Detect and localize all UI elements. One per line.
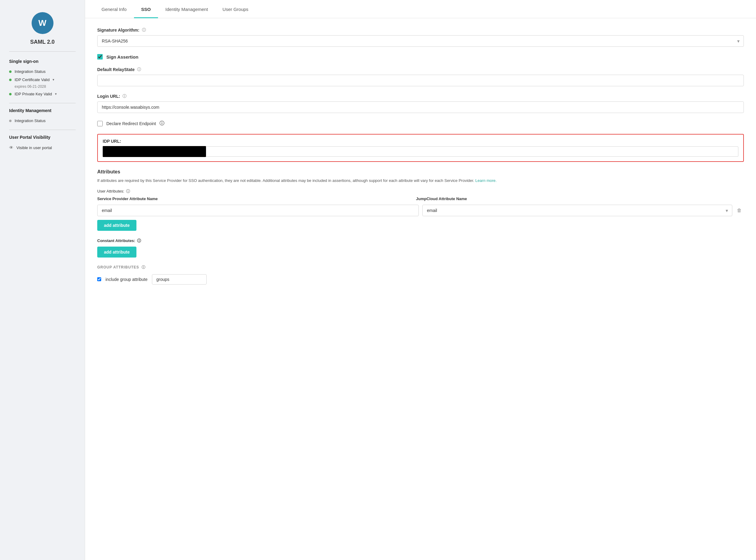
idp-url-label: IDP URL: <box>103 139 738 144</box>
sidebar-item-idp-cert[interactable]: IDP Certificate Valid ▾ <box>9 76 76 84</box>
info-icon[interactable]: ⓘ <box>126 188 130 194</box>
add-constant-attribute-button[interactable]: add attribute <box>97 246 136 258</box>
chevron-down-icon: ▾ <box>55 92 57 96</box>
sidebar-item-idm-integration-status[interactable]: Integration Status <box>9 117 76 125</box>
tab-sso[interactable]: SSO <box>134 0 158 18</box>
sidebar-item-portal-visibility[interactable]: 👁 Visible in user portal <box>9 143 76 152</box>
default-relay-state-input[interactable] <box>97 75 744 86</box>
learn-more-link[interactable]: Learn more. <box>475 178 497 183</box>
sidebar-label: Integration Status <box>15 69 45 74</box>
eye-icon: 👁 <box>9 145 13 150</box>
idp-url-section: IDP URL: <box>97 134 744 162</box>
dot-icon <box>9 71 12 73</box>
chevron-down-icon: ▾ <box>53 78 54 82</box>
attribute-row: email username firstname lastname ▾ 🗑 <box>97 205 744 216</box>
avatar: W <box>32 12 54 34</box>
signature-algorithm-label: Signature Algorithm: ⓘ <box>97 27 744 33</box>
jc-attribute-select-wrapper: email username firstname lastname ▾ <box>422 205 732 216</box>
attributes-desc: If attributes are required by this Servi… <box>97 178 744 184</box>
jc-attribute-select[interactable]: email username firstname lastname <box>422 205 732 216</box>
form-area: Signature Algorithm: ⓘ RSA-SHA256 RSA-SH… <box>85 18 756 560</box>
tab-user-groups[interactable]: User Groups <box>215 0 255 18</box>
info-icon[interactable]: ⓘ <box>137 238 141 243</box>
delete-attribute-button[interactable]: 🗑 <box>735 206 744 215</box>
sign-assertion-checkbox[interactable] <box>97 54 103 60</box>
group-attribute-row: include group attribute <box>97 274 744 284</box>
sidebar-section-portal: User Portal Visibility <box>9 135 76 140</box>
include-group-attribute-label: include group attribute <box>105 277 148 282</box>
sidebar-label: IDP Private Key Valid <box>15 92 52 96</box>
info-icon[interactable]: ⓘ <box>142 27 146 33</box>
default-relay-state-group: Default RelayState ⓘ <box>97 67 744 86</box>
info-icon[interactable]: ⓘ <box>141 265 146 270</box>
constant-attributes-label: Constant Attributes: ⓘ <box>97 238 744 243</box>
attributes-title: Attributes <box>97 169 744 175</box>
sign-assertion-row: Sign Assertion <box>97 54 744 60</box>
sidebar-label: Visible in user portal <box>16 145 52 150</box>
idp-url-input[interactable] <box>206 146 738 157</box>
include-group-attribute-checkbox[interactable] <box>97 277 101 281</box>
app-name: SAML 2.0 <box>9 39 76 52</box>
signature-algorithm-select[interactable]: RSA-SHA256 RSA-SHA1 <box>97 35 744 47</box>
signature-algorithm-select-wrapper: RSA-SHA256 RSA-SHA1 ▾ <box>97 35 744 47</box>
cert-expiry: expires 06-21-2028 <box>9 84 76 89</box>
tab-general-info[interactable]: General Info <box>94 0 134 18</box>
declare-redirect-row: Declare Redirect Endpoint ⓘ <box>97 120 744 127</box>
sidebar-section-idm: Identity Management <box>9 108 76 113</box>
info-icon[interactable]: ⓘ <box>159 120 164 127</box>
group-attribute-input[interactable] <box>152 274 207 284</box>
add-attribute-button[interactable]: add attribute <box>97 220 136 231</box>
dot-gray-icon <box>9 120 12 122</box>
sidebar: W SAML 2.0 Single sign-on Integration St… <box>0 0 85 560</box>
declare-redirect-checkbox[interactable] <box>97 121 103 126</box>
dot-icon <box>9 93 12 95</box>
login-url-group: Login URL: ⓘ <box>97 94 744 113</box>
login-url-label: Login URL: ⓘ <box>97 94 744 99</box>
sidebar-section-sso: Single sign-on <box>9 59 76 64</box>
sign-assertion-label: Sign Assertion <box>106 54 138 60</box>
tab-bar: General Info SSO Identity Management Use… <box>85 0 756 18</box>
idp-url-redacted <box>103 146 206 157</box>
attr-headers-row: Service Provider Attribute Name JumpClou… <box>97 197 744 203</box>
sidebar-label: IDP Certificate Valid <box>15 77 50 82</box>
group-attributes-header: GROUP ATTRIBUTES ⓘ <box>97 265 744 270</box>
dot-icon <box>9 79 12 81</box>
signature-algorithm-group: Signature Algorithm: ⓘ RSA-SHA256 RSA-SH… <box>97 27 744 47</box>
main-content: General Info SSO Identity Management Use… <box>85 0 756 560</box>
info-icon[interactable]: ⓘ <box>137 67 141 72</box>
declare-redirect-label: Declare Redirect Endpoint <box>106 121 156 126</box>
info-icon[interactable]: ⓘ <box>122 94 127 99</box>
sidebar-item-sso-integration-status[interactable]: Integration Status <box>9 67 76 76</box>
jc-attr-col-header: JumpCloud Attribute Name <box>416 197 731 201</box>
sp-attribute-input[interactable] <box>97 205 419 216</box>
sp-attr-col-header: Service Provider Attribute Name <box>97 197 412 201</box>
user-attributes-label: User Attributes: ⓘ <box>97 188 744 194</box>
sidebar-item-idp-key[interactable]: IDP Private Key Valid ▾ <box>9 90 76 98</box>
default-relay-state-label: Default RelayState ⓘ <box>97 67 744 72</box>
tab-identity-management[interactable]: Identity Management <box>158 0 215 18</box>
sidebar-label: Integration Status <box>15 118 45 123</box>
divider <box>9 103 76 103</box>
login-url-input[interactable] <box>97 101 744 113</box>
